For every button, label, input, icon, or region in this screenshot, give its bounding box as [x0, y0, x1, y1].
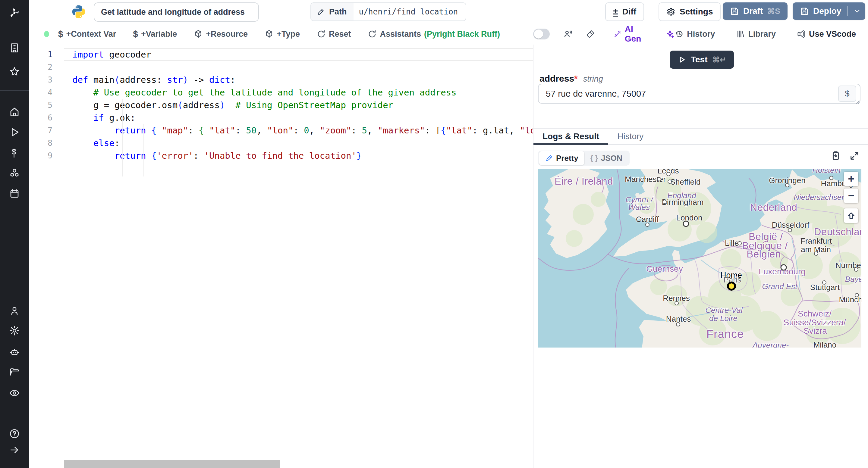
- tab-logs-result[interactable]: Logs & Result: [533, 129, 608, 144]
- code-line[interactable]: 7 return { "map": { "lat": 50, "lon": 0,…: [29, 124, 533, 137]
- add-type-label: +Type: [277, 30, 300, 39]
- code-token: "lat": [209, 125, 236, 136]
- code-line[interactable]: 1import geocoder: [29, 48, 533, 61]
- copy-clipboard-icon[interactable]: [831, 151, 841, 161]
- settings-gear-icon[interactable]: [0, 324, 29, 338]
- code-token: {: [198, 125, 204, 136]
- code-token: address: [183, 100, 220, 110]
- runs-icon[interactable]: [0, 125, 29, 139]
- result-map[interactable]: LeedsManchesterSheffieldEnglandCymru /Wa…: [538, 169, 861, 347]
- map-zoom-in-button[interactable]: +: [844, 172, 858, 186]
- sidebar-divider: [0, 90, 29, 91]
- code-line[interactable]: 6 if g.ok:: [29, 111, 533, 124]
- play-icon: [678, 56, 686, 64]
- pretty-toggle[interactable]: Pretty: [539, 151, 584, 165]
- use-vscode-button[interactable]: Use VScode: [797, 30, 856, 39]
- help-icon[interactable]: [0, 427, 29, 441]
- variables-icon[interactable]: [0, 145, 29, 160]
- sparkles-icon[interactable]: [665, 29, 675, 39]
- code-line[interactable]: 5 g = geocoder.osm(address) # Using Open…: [29, 99, 533, 111]
- resources-icon[interactable]: [0, 166, 29, 180]
- map-recenter-button[interactable]: [844, 208, 858, 223]
- code-token: [156, 125, 161, 136]
- add-context-var-button[interactable]: $ +Context Var: [58, 29, 116, 39]
- star-icon[interactable]: [0, 64, 29, 79]
- map-label: Svizra: [804, 326, 827, 336]
- map-label: Birmingham: [662, 198, 704, 207]
- draft-label: Draft: [743, 6, 763, 16]
- expand-sidebar-arrow-icon[interactable]: [0, 443, 29, 457]
- map-zoom-out-button[interactable]: −: [844, 189, 858, 203]
- code-token: [146, 125, 151, 136]
- code-token: dict: [209, 75, 230, 85]
- code-line[interactable]: 2: [29, 61, 533, 73]
- code-token: :: [230, 75, 236, 85]
- code-token: "lon": [267, 125, 293, 136]
- expand-fullscreen-icon[interactable]: [849, 151, 860, 161]
- reset-button[interactable]: Reset: [317, 30, 351, 39]
- collaborators-icon[interactable]: [563, 29, 572, 39]
- test-button[interactable]: Test ⌘↵: [670, 51, 734, 69]
- library-label: Library: [748, 30, 776, 39]
- pen-icon: [545, 154, 553, 162]
- building-icon[interactable]: [0, 41, 29, 55]
- gear-icon: [666, 7, 675, 16]
- resize-handle-icon[interactable]: [854, 98, 860, 104]
- code-token: "lat": [446, 125, 472, 136]
- audit-eye-icon[interactable]: [0, 386, 29, 400]
- workers-icon[interactable]: [0, 345, 29, 360]
- draft-button[interactable]: Draft ⌘S: [723, 2, 787, 20]
- path-label: Path: [329, 7, 347, 16]
- code-line[interactable]: 3def main(address: str) -> dict:: [29, 73, 533, 86]
- code-line[interactable]: 8 else:: [29, 137, 533, 149]
- map-city-dot: [738, 241, 742, 245]
- code-line[interactable]: 4 # Use geocoder to get the latitude and…: [29, 86, 533, 99]
- map-city-dot: [855, 293, 859, 297]
- history-label: History: [687, 30, 715, 39]
- code-token: :: [425, 125, 435, 136]
- home-icon[interactable]: [0, 104, 29, 119]
- code-token: {: [151, 151, 156, 161]
- script-title-input[interactable]: Get latitude and longitude of address: [94, 2, 259, 22]
- editor-horizontal-scrollbar[interactable]: [64, 460, 280, 468]
- schedules-icon[interactable]: [0, 187, 29, 201]
- code-token: "lon": [520, 125, 533, 136]
- deploy-dropdown[interactable]: [847, 6, 861, 16]
- windmill-logo[interactable]: [0, 3, 29, 22]
- ai-gen-button[interactable]: AI Gen: [614, 24, 647, 44]
- library-button[interactable]: Library: [736, 30, 776, 39]
- map-city-dot: [785, 183, 789, 187]
- line-content: import geocoder: [64, 48, 151, 61]
- folders-icon[interactable]: [0, 365, 29, 379]
- add-variable-button[interactable]: $ +Variable: [133, 29, 177, 39]
- ai-gen-label: AI Gen: [625, 24, 647, 44]
- address-input[interactable]: 57 rue de varenne, 75007 $: [538, 84, 861, 104]
- code-line[interactable]: 9 return {'error': 'Unable to find the l…: [29, 149, 533, 162]
- diff-button[interactable]: ± Diff: [605, 2, 644, 21]
- left-sidebar: [0, 0, 29, 468]
- settings-button[interactable]: Settings: [658, 2, 721, 21]
- tab-history[interactable]: History: [608, 129, 652, 144]
- assistants-label: Assistants: [380, 30, 421, 39]
- history-button[interactable]: History: [675, 30, 715, 39]
- path-value: u/henri/find_location: [353, 3, 466, 21]
- path-widget[interactable]: Path u/henri/find_location: [310, 2, 466, 21]
- code-token: ,: [367, 125, 378, 136]
- vscode-icon: [797, 30, 806, 38]
- line-number: 2: [29, 61, 64, 73]
- add-type-button[interactable]: +Type: [265, 30, 300, 39]
- pretty-label: Pretty: [556, 154, 578, 163]
- assistants-button[interactable]: Assistants (Pyright Black Ruff): [368, 30, 500, 39]
- json-toggle[interactable]: { } JSON: [584, 153, 628, 164]
- format-brush-icon[interactable]: [586, 29, 595, 39]
- deploy-button[interactable]: Deploy: [793, 2, 865, 20]
- map-label: London: [676, 213, 703, 223]
- multiplayer-toggle[interactable]: [533, 29, 550, 39]
- save-icon: [800, 7, 809, 16]
- code-editor[interactable]: 1import geocoder23def main(address: str)…: [29, 44, 533, 468]
- code-token: g = geocoder.osm: [72, 100, 178, 110]
- add-resource-button[interactable]: +Resource: [194, 30, 248, 39]
- line-content: # Use geocoder to get the latitude and l…: [64, 86, 457, 99]
- user-icon[interactable]: [0, 304, 29, 318]
- home-marker[interactable]: [727, 281, 736, 291]
